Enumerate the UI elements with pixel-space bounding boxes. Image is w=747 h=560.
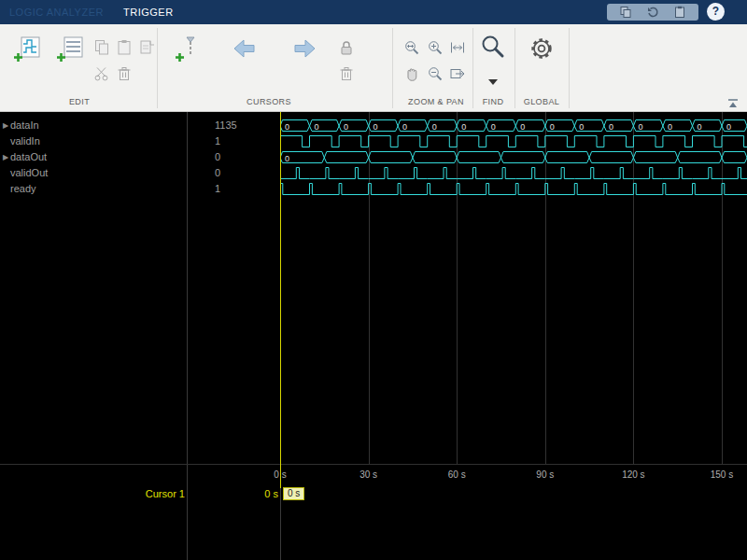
pan-button[interactable] (402, 63, 422, 84)
lock-cursor-button[interactable] (336, 37, 357, 58)
logic-analyzer-window: LOGIC ANALYZER TRIGGER ? (0, 0, 747, 560)
signal-row-ready[interactable]: ready (0, 181, 187, 197)
signal-value: 0 (187, 165, 280, 181)
svg-text:0: 0 (698, 122, 702, 132)
waveform-plot[interactable]: 00000000000000000 (280, 112, 747, 464)
toolbar-separator (392, 28, 393, 108)
expand-arrow-icon[interactable]: ▶ (0, 149, 10, 165)
signal-names-column: ▶dataInvalidIn▶dataOutvalidOutready (0, 118, 187, 197)
help-button[interactable]: ? (707, 3, 725, 21)
cut-button[interactable] (92, 63, 112, 84)
toolbar-separator (514, 28, 515, 108)
zoom-in-x-button[interactable] (402, 37, 422, 58)
section-label-zoom-pan: ZOOM & PAN (408, 97, 464, 110)
signal-name: dataIn (10, 118, 39, 133)
section-label-global: GLOBAL (524, 97, 559, 110)
delete-button[interactable] (114, 63, 134, 84)
signal-values-column: 11351001 (187, 118, 280, 197)
svg-text:0: 0 (638, 122, 642, 132)
svg-text:0: 0 (461, 122, 466, 132)
copy-button[interactable] (92, 37, 112, 58)
tab-trigger[interactable]: TRIGGER (123, 0, 174, 24)
add-cursor-button[interactable] (173, 34, 204, 65)
find-button[interactable] (478, 32, 508, 62)
svg-text:0: 0 (550, 122, 555, 132)
signal-value: 1135 (187, 118, 280, 133)
signal-value: 0 (187, 149, 280, 165)
fit-to-view-button[interactable] (447, 37, 468, 58)
cursor-time-badge[interactable]: 0 s (283, 487, 304, 500)
zoom-to-range-button[interactable] (447, 63, 468, 84)
toolbar: EDIT CURSORS ZOOM & PAN FIND GLOBAL (0, 24, 747, 112)
settings-button[interactable] (527, 34, 557, 63)
section-label-find: FIND (483, 97, 504, 110)
expand-arrow-icon[interactable]: ▶ (0, 118, 10, 133)
time-tick-label: 60 s (448, 469, 466, 480)
duplicate-button[interactable] (136, 37, 157, 58)
next-cursor-button[interactable] (289, 35, 319, 62)
toolbar-separator (157, 28, 158, 108)
cursor-info-row: Cursor 1 0 s 0 s (0, 484, 747, 505)
zoom-in-button[interactable] (425, 37, 445, 58)
previous-cursor-button[interactable] (230, 35, 260, 62)
cursor-time-value: 0 s (222, 488, 278, 499)
signal-row-dataIn[interactable]: ▶dataIn (0, 118, 187, 133)
toolbar-separator (569, 28, 570, 108)
signal-value: 1 (187, 133, 280, 149)
section-label-edit: EDIT (69, 97, 90, 110)
undo-icon[interactable] (646, 6, 659, 19)
time-tick-label: 120 s (622, 469, 644, 480)
section-label-cursors: CURSORS (247, 97, 291, 110)
signal-row-validIn[interactable]: validIn (0, 133, 187, 149)
svg-text:0: 0 (520, 122, 525, 132)
find-dropdown-arrow-icon[interactable] (486, 77, 500, 88)
svg-text:0: 0 (609, 122, 613, 132)
signal-row-validOut[interactable]: validOut (0, 165, 187, 181)
signal-row-dataOut[interactable]: ▶dataOut (0, 149, 187, 165)
zoom-out-button[interactable] (425, 63, 445, 84)
signal-name: dataOut (10, 149, 47, 165)
copy-icon[interactable] (619, 6, 632, 19)
paste-button[interactable] (114, 37, 134, 58)
svg-text:0: 0 (344, 122, 348, 132)
signal-name: validOut (10, 165, 48, 181)
svg-text:0: 0 (285, 122, 289, 132)
svg-text:0: 0 (579, 122, 584, 132)
titlebar: LOGIC ANALYZER TRIGGER ? (0, 0, 747, 24)
svg-text:0: 0 (285, 154, 289, 163)
svg-text:0: 0 (726, 122, 731, 132)
svg-text:0: 0 (374, 122, 378, 132)
cursor-name-label[interactable]: Cursor 1 (93, 488, 185, 499)
delete-cursor-button[interactable] (336, 63, 357, 84)
add-wave-button[interactable] (11, 34, 43, 65)
toolbar-separator (472, 28, 473, 108)
svg-text:0: 0 (315, 122, 319, 132)
signal-value: 1 (187, 181, 280, 197)
time-tick-label: 0 s (274, 469, 286, 480)
paste-icon[interactable] (673, 6, 686, 19)
svg-text:0: 0 (402, 122, 407, 132)
time-tick-label: 150 s (711, 469, 733, 480)
time-axis: 0 s30 s60 s90 s120 s150 s (0, 464, 747, 484)
waveform-window: ▶dataInvalidIn▶dataOutvalidOutready 1135… (0, 112, 747, 560)
time-cursor-line[interactable] (280, 112, 281, 488)
signal-name: validIn (10, 133, 40, 149)
svg-text:0: 0 (491, 122, 496, 132)
svg-text:0: 0 (432, 122, 437, 132)
svg-text:0: 0 (668, 122, 672, 132)
quick-access-toolbar (607, 4, 698, 21)
time-tick-label: 30 s (359, 469, 377, 480)
add-divider-button[interactable] (54, 34, 86, 65)
tab-logic-analyzer[interactable]: LOGIC ANALYZER (9, 0, 104, 24)
time-tick-label: 90 s (536, 469, 554, 480)
collapse-toolbar-icon[interactable] (726, 96, 741, 109)
signal-name: ready (10, 181, 36, 197)
